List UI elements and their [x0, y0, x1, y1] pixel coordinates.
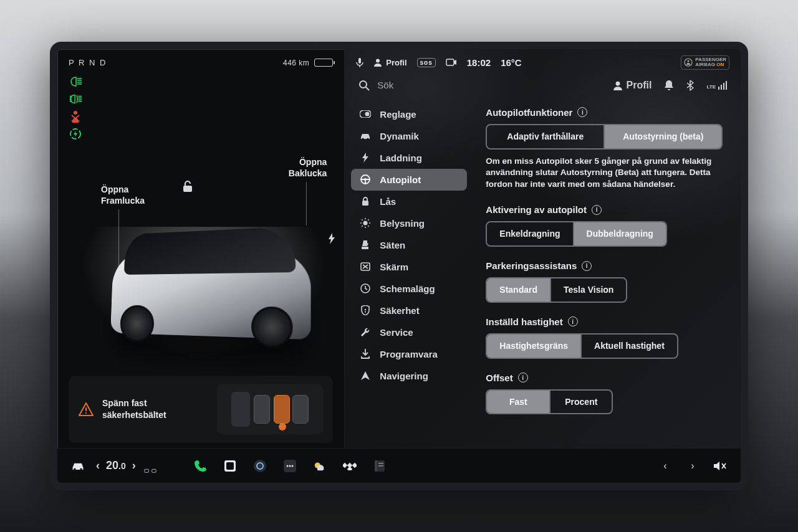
bolt-icon [360, 153, 371, 163]
autopilot-functions-title: Autopilotfunktioner [486, 107, 572, 118]
opt-adaptive-cruise[interactable]: Adaptiv farthållare [487, 125, 603, 148]
opt-current-speed[interactable]: Aktuell hastighet [580, 335, 677, 358]
opt-offset-percent[interactable]: Procent [549, 391, 612, 414]
nav-dynamics[interactable]: Dynamik [351, 125, 467, 147]
lock-toggle[interactable] [181, 179, 195, 193]
outside-temp: 16°C [501, 57, 522, 68]
climate-control[interactable]: ‹ 20.0 › [96, 459, 136, 472]
nav-controls[interactable]: Reglage [351, 103, 467, 125]
info-icon[interactable]: i [592, 205, 602, 215]
manual-app-icon[interactable] [373, 459, 387, 473]
settings-header: Sök Profil LTE [345, 74, 741, 101]
nav-display[interactable]: Skärm [351, 256, 467, 278]
nav-schedule[interactable]: Schemalägg [351, 278, 467, 300]
svg-rect-2 [183, 186, 192, 192]
svg-rect-41 [352, 462, 356, 467]
mic-icon[interactable] [356, 57, 363, 67]
display-icon [360, 262, 371, 271]
svg-point-25 [74, 468, 75, 470]
opt-park-standard[interactable]: Standard [487, 278, 550, 302]
tidal-app-icon[interactable] [343, 459, 357, 473]
brightness-icon [360, 218, 371, 228]
svg-point-13 [365, 112, 370, 116]
opt-offset-fixed[interactable]: Fast [487, 391, 549, 414]
temp-down-chevron[interactable]: ‹ [96, 459, 100, 472]
opt-autosteer-beta[interactable]: Autostyrning (beta) [603, 125, 721, 148]
seat-heater-icon[interactable] [143, 463, 157, 477]
gear-indicator: P R N D [69, 58, 107, 67]
svg-rect-27 [144, 469, 148, 472]
profile-chip[interactable]: Profil [373, 58, 406, 67]
profile-menu[interactable]: Profil [613, 80, 652, 91]
opt-double-pull[interactable]: Dubbeldragning [573, 222, 666, 245]
svg-point-23 [365, 309, 366, 310]
nav-lights[interactable]: Belysning [351, 212, 467, 234]
svg-rect-3 [85, 407, 87, 411]
nav-autopilot[interactable]: Autopilot [351, 169, 467, 191]
nav-seats[interactable]: Säten [351, 234, 467, 256]
camera-app-icon[interactable] [253, 459, 267, 473]
apps-icon[interactable] [223, 459, 237, 473]
open-frunk-button[interactable]: Öppna Framlucka [101, 184, 145, 206]
infotainment-screen: P R N D 446 km [50, 42, 748, 490]
seat-occupancy-diagram [217, 384, 323, 434]
clock: 18:02 [467, 57, 491, 68]
nav-safety[interactable]: Säkerhet [351, 300, 467, 321]
alert-text: Spänn fast säkerhetsbältet [102, 397, 166, 421]
media-next-icon[interactable]: › [686, 459, 699, 473]
svg-rect-45 [378, 463, 383, 464]
download-icon [360, 349, 371, 359]
nav-locks[interactable]: Lås [351, 191, 467, 212]
cell-signal-icon[interactable]: LTE [706, 81, 727, 90]
info-icon[interactable]: i [518, 373, 528, 382]
volume-mute-icon[interactable] [713, 459, 727, 473]
set-speed-segment: Hastighetsgräns Aktuell hastighet [486, 333, 678, 359]
more-apps-icon[interactable] [283, 459, 297, 473]
autopilot-activation-title: Aktivering av autopilot [486, 204, 587, 215]
bluetooth-icon[interactable] [686, 80, 694, 91]
opt-single-pull[interactable]: Enkeldragning [487, 222, 572, 245]
svg-point-33 [259, 465, 261, 467]
car-app-icon[interactable] [71, 459, 85, 473]
media-prev-icon[interactable]: ‹ [658, 459, 672, 473]
svg-rect-44 [375, 460, 377, 472]
seatbelt-alert-card: Spänn fast säkerhetsbältet [69, 376, 333, 443]
notifications-icon[interactable] [664, 80, 674, 91]
info-icon[interactable]: i [568, 316, 578, 326]
vehicle-pane: P R N D 446 km [57, 49, 344, 448]
park-assist-title: Parkeringsassistans [486, 260, 577, 271]
nav-software[interactable]: Programvara [351, 343, 467, 365]
range-value: 446 km [283, 59, 309, 67]
status-bar-left: P R N D 446 km [69, 58, 333, 67]
info-icon[interactable]: i [582, 261, 592, 271]
svg-rect-24 [365, 311, 366, 313]
park-assist-segment: Standard Tesla Vision [486, 277, 627, 303]
sos-button[interactable]: sos [417, 58, 436, 67]
weather-app-icon[interactable] [313, 459, 327, 473]
settings-pane: Profil sos 18:02 16°C PASSENGER AIRBAG O… [344, 49, 741, 448]
svg-point-6 [376, 59, 380, 63]
lock-icon [360, 196, 371, 206]
nav-navigation[interactable]: Navigering [351, 365, 467, 387]
svg-point-19 [363, 221, 368, 226]
svg-point-8 [685, 59, 692, 66]
svg-rect-39 [343, 462, 347, 467]
search-input[interactable]: Sök [358, 80, 605, 91]
wrench-icon [360, 327, 371, 337]
nav-charging[interactable]: Laddning [351, 147, 467, 169]
dashcam-icon[interactable] [446, 58, 457, 67]
temp-up-chevron[interactable]: › [132, 459, 136, 472]
nav-service[interactable]: Service [351, 321, 467, 343]
svg-point-0 [74, 111, 77, 115]
fog-light-icon [69, 93, 82, 105]
passenger-airbag-badge: PASSENGER AIRBAG ON [681, 55, 729, 70]
info-icon[interactable]: i [577, 107, 587, 117]
opt-park-teslavision[interactable]: Tesla Vision [550, 278, 626, 302]
open-trunk-button[interactable]: Öppna Baklucka [289, 157, 327, 179]
svg-rect-46 [378, 465, 383, 467]
svg-point-9 [688, 60, 690, 62]
opt-speed-limit[interactable]: Hastighetsgräns [487, 335, 580, 358]
shield-icon [360, 305, 371, 315]
phone-app-icon[interactable] [193, 459, 207, 473]
toggle-icon [360, 110, 371, 118]
